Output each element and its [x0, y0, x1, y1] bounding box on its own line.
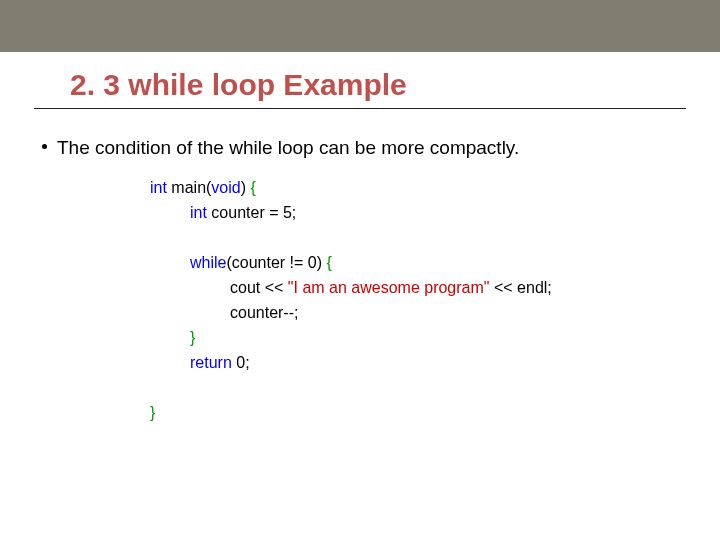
kw-int: int	[190, 204, 207, 221]
code-line-1: int main(void) {	[150, 175, 720, 200]
txt: counter--;	[230, 304, 298, 321]
txt: << endl;	[490, 279, 552, 296]
string-literal: "I am an awesome program"	[288, 279, 490, 296]
txt: main(	[167, 179, 211, 196]
blank-line	[150, 225, 720, 250]
code-line-6: }	[150, 325, 720, 350]
txt: 0;	[232, 354, 250, 371]
code-line-3: while(counter != 0) {	[150, 250, 720, 275]
code-line-7: return 0;	[150, 350, 720, 375]
txt: )	[241, 179, 251, 196]
blank-line	[150, 375, 720, 400]
kw-return: return	[190, 354, 232, 371]
code-line-5: counter--;	[150, 300, 720, 325]
bullet-line: The condition of the while loop can be m…	[42, 137, 720, 159]
brace-close: }	[150, 404, 155, 421]
slide-title: 2. 3 while loop Example	[34, 52, 686, 109]
code-line-8: }	[150, 400, 720, 425]
bullet-text: The condition of the while loop can be m…	[57, 137, 519, 158]
code-line-2: int counter = 5;	[150, 200, 720, 225]
txt: cout <<	[230, 279, 288, 296]
kw-void: void	[211, 179, 240, 196]
txt: counter = 5;	[207, 204, 296, 221]
slide: 2. 3 while loop Example The condition of…	[0, 0, 720, 540]
code-block: int main(void) { int counter = 5; while(…	[150, 175, 720, 425]
brace-open: {	[251, 179, 256, 196]
txt: (counter != 0)	[226, 254, 326, 271]
brace-open: {	[327, 254, 332, 271]
brace-close: }	[190, 329, 195, 346]
bullet-dot	[42, 144, 47, 149]
code-line-4: cout << "I am an awesome program" << end…	[150, 275, 720, 300]
kw-while: while	[190, 254, 226, 271]
kw-int: int	[150, 179, 167, 196]
top-bar	[0, 0, 720, 52]
